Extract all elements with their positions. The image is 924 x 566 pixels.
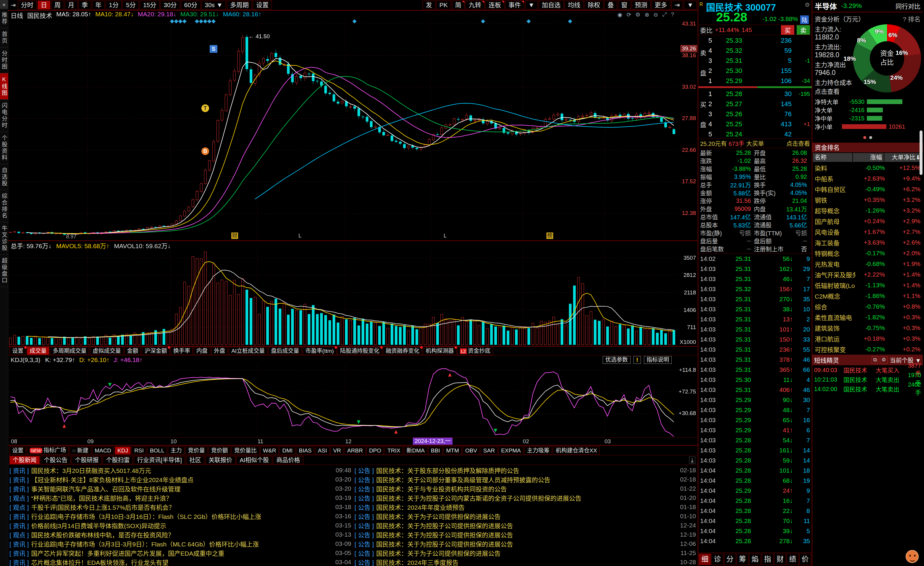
sidebar-item-2[interactable]: 首页	[0, 28, 8, 47]
sidebar-item-7[interactable]: 自选股	[0, 164, 8, 190]
news-item[interactable]: [ 公告 ]国民技术：2024年三季度报告10-28	[354, 557, 696, 566]
event-marker-L[interactable]: L	[443, 232, 447, 239]
indicator-tab-新建[interactable]: ◌ 新建	[70, 447, 91, 455]
news-title[interactable]: 国民技术：关于股东部分股份质押及解除质押的公告	[376, 466, 675, 475]
event-marker-L[interactable]: L	[298, 232, 302, 239]
news-item[interactable]: [ 公告 ]国民技术：关于为子公司提供担保的进展公告01-10	[354, 512, 696, 521]
sidebar-item-5[interactable]: 闪电分时	[0, 99, 8, 132]
vol-tab-虚拟成交量[interactable]: 虚拟成交量	[90, 347, 123, 355]
optimal-params-button[interactable]: 优选参数	[603, 356, 630, 364]
sector-rank-row[interactable]: 柔性直流输电-1.82%+0.3%	[812, 312, 923, 322]
sector-rank-row[interactable]: 可控核聚变-0.27%+0.2%	[812, 344, 923, 355]
indicator-tab-OBV[interactable]: OBV	[463, 447, 480, 455]
sidebar-item-1[interactable]: 推荐	[0, 9, 8, 28]
period-月[interactable]: 月	[65, 1, 78, 9]
news-title[interactable]: 行业追踪|电子存储市场（3月10日-3月16日）：Flash（SLC 2Gb）价…	[31, 512, 330, 521]
sector-rank-row[interactable]: C2M概念-1.86%+1.1%	[812, 291, 923, 301]
expand-icon[interactable]: ⤢	[662, 11, 667, 18]
toolbar-button-13[interactable]: 预测	[632, 1, 651, 9]
indicator-tab-RSI[interactable]: RSI	[132, 447, 146, 455]
vol-tab-金额[interactable]: 金额	[124, 347, 141, 355]
sector-rank-row[interactable]: 风电设备+1.67%+2.7%	[812, 227, 923, 237]
sector-rank-row[interactable]: 海工装备+3.63%+2.6%	[812, 237, 923, 248]
indicator-tab-SAR[interactable]: SAR	[481, 447, 498, 455]
ask-level-4[interactable]: 425.3259	[698, 46, 812, 56]
news-title[interactable]: 国民技术：关于与专业投资机构共同投资的公告	[376, 484, 675, 493]
toolbar-button-15[interactable]: ⇥	[671, 1, 683, 9]
vol-tab-AI立桩成交量[interactable]: AI立桩成交量	[229, 347, 267, 355]
quote-tab-财[interactable]: 财	[774, 554, 786, 565]
indicator-tab-BBI[interactable]: BBI	[428, 447, 443, 455]
quote-tab-价[interactable]: 价	[800, 554, 811, 565]
indicator-tab-主力[interactable]: 主力	[168, 447, 184, 455]
vol-tab-多周期成交量[interactable]: 多周期成交量	[50, 347, 89, 355]
period-多周期[interactable]: 多周期	[227, 1, 252, 9]
sidebar-item-6[interactable]: 个股资料	[0, 132, 8, 164]
period-30分[interactable]: 30分	[160, 1, 180, 9]
news-title[interactable]: 价格前线|3月14日费城半导体指数(SOX)异动提示	[31, 521, 330, 530]
indicator-tab-DPO[interactable]: DPO	[366, 447, 384, 455]
vol-tab-换手率[interactable]: 换手率	[171, 347, 193, 355]
sidebar-item-8[interactable]: 综合排名	[0, 190, 8, 222]
indicator-tab-W&R[interactable]: W&R	[260, 447, 279, 455]
news-item[interactable]: [ 资讯 ]事关智能网联汽车产品准入、召回及软件在线升级管理03-20	[9, 484, 351, 493]
download-icon[interactable]: ⤓	[689, 457, 695, 464]
news-item[interactable]: [ 公告 ]国民技术：关于为子公司提供担保的进展公告11-25	[354, 548, 696, 557]
period-5分[interactable]: 5分	[123, 1, 139, 9]
toolbar-button-14[interactable]: 更多	[651, 1, 670, 9]
quote-tab-焰[interactable]: 焰	[749, 554, 761, 565]
toolbar-button-9[interactable]: 均线	[565, 1, 584, 9]
big-order-link[interactable]: 点击查看	[786, 139, 810, 148]
news-tab-社区[interactable]: 社区	[186, 456, 204, 464]
news-title[interactable]: 【冠业新材料·关注】8家负极材料上市企业2024年业绩盘点	[31, 475, 330, 484]
toolbar-button-4[interactable]: 九转	[465, 1, 484, 9]
vol-tab-融资融券变化[interactable]: 融资融券变化	[383, 347, 422, 355]
period-30s ▼[interactable]: 30s ▼	[201, 1, 226, 9]
quote-tab-分[interactable]: 分	[724, 554, 736, 565]
news-title[interactable]: 国民技术：2024年年度业绩预告	[376, 503, 675, 512]
indicator-tab-ASI[interactable]: ASI	[315, 447, 330, 455]
ask-level-5[interactable]: 525.33236	[698, 36, 812, 46]
news-item[interactable]: [ 资讯 ]行业追踪|电子存储市场（3月3日-3月9日）：Flash（MLC 6…	[9, 539, 351, 548]
period-周[interactable]: 周	[51, 1, 64, 9]
indicator-tab-EXPMA[interactable]: EXPMA	[498, 447, 524, 455]
news-item[interactable]: [ 公告 ]国民技术：关于为控股子公司提供担保的进展公告12-06	[354, 539, 696, 548]
period-日[interactable]: 日	[38, 1, 50, 9]
sector-rank-row[interactable]: 光热发电-0.68%+1.9%	[812, 259, 923, 269]
news-item[interactable]: [ 公告 ]国民技术：2024年年度业绩预告01-18	[354, 502, 696, 512]
shortline-gear-icon[interactable]: ⚙	[880, 357, 887, 363]
vol-tab-设置[interactable]: 设置	[9, 347, 26, 355]
eye-icon[interactable]: ◉	[618, 11, 622, 18]
news-item[interactable]: [ 资讯 ]【冠业新材料·关注】8家负极材料上市企业2024年业绩盘点03-20	[9, 475, 351, 484]
sidebar-item-3[interactable]: 分时图	[0, 47, 8, 73]
sector-rank-row[interactable]: 建筑装饰-0.75%+0.3%	[812, 322, 923, 333]
news-item[interactable]: [ 观点 ]国民技术股价跌破布林线中轨，是否存在投资风险？03-13	[9, 530, 351, 539]
news-tab-个股新闻[interactable]: 个股新闻	[9, 456, 40, 464]
news-tab-AI相似个股[interactable]: AI相似个股	[236, 456, 272, 464]
refresh-icon[interactable]: ⟳	[626, 11, 631, 18]
toolbar-button-7[interactable]: ▼	[525, 1, 538, 9]
fund-rank-link[interactable]: ? 排名	[903, 14, 921, 23]
news-tab-个股研报[interactable]: 个股研报	[72, 456, 102, 464]
toolbar-button-11[interactable]: 叠	[604, 1, 617, 9]
news-item[interactable]: [ 资讯 ]国产芯片异军突起！多重利好促进国产芯片发展，国产EDA成重中之重03…	[9, 548, 351, 557]
quote-tab-绩[interactable]: 绩	[787, 554, 798, 565]
assistant-avatar[interactable]	[906, 550, 919, 563]
news-item[interactable]: [ 公告 ]国民技术：关于为控股子公司内蒙古斯诺的全资子公司提供担保的进展公告0…	[354, 493, 696, 502]
bid-level-2[interactable]: 225.27145	[698, 99, 812, 109]
indicator-tab-MTM[interactable]: MTM	[443, 447, 461, 455]
shortline-row[interactable]: 10:21:03国民技术大笔卖出1970手	[812, 375, 923, 384]
news-tab-个股扫雷[interactable]: 个股扫雷	[103, 456, 133, 464]
news-item[interactable]: [ 资讯 ]价格前线|3月14日费城半导体指数(SOX)异动提示03-15	[9, 521, 351, 530]
buy-button[interactable]: 买	[781, 25, 794, 35]
vol-tab-市盈率(ttm)[interactable]: 市盈率(ttm)	[303, 347, 336, 355]
indicator-tab-新DMA[interactable]: 新DMA	[404, 447, 428, 455]
help-icon[interactable]: ?	[671, 11, 674, 18]
vol-tab-陆股通持股变化[interactable]: 陆股通持股变化	[338, 347, 382, 355]
sidebar-item-9[interactable]: 牛叉诊股	[0, 222, 8, 255]
period-15分[interactable]: 15分	[140, 1, 159, 9]
sector-rank-row[interactable]: 综合-0.76%+0.8%	[812, 301, 923, 312]
quote-tab-细[interactable]: 细	[699, 554, 711, 565]
news-item[interactable]: [ 公告 ]国民技术：关于为控股子公司提供担保的进展公告12-24	[354, 521, 696, 530]
news-title[interactable]: 行业追踪|电子存储市场（3月3日-3月9日）：Flash（MLC 64Gb）价格…	[31, 539, 330, 548]
